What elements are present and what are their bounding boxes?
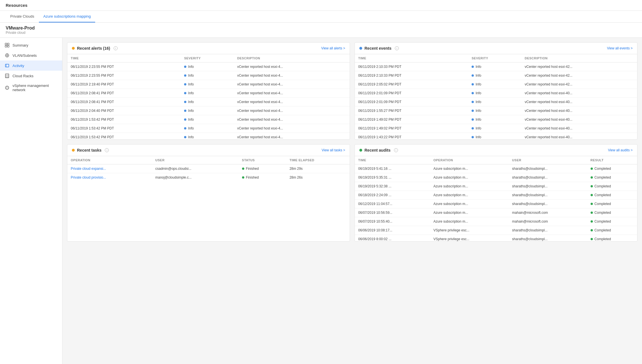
table-row[interactable]: 06/12/2019 11:04:57... Azure subscriptio… bbox=[355, 200, 637, 208]
event-description: vCenter reported host esxi-40... bbox=[521, 133, 637, 140]
svg-rect-6 bbox=[5, 64, 9, 67]
sidebar-item-vlan-subnets[interactable]: VLAN/Subnets bbox=[0, 50, 62, 60]
audit-time: 06/12/2019 11:04:57... bbox=[355, 200, 430, 208]
table-row[interactable]: 06/07/2019 10:56:59... Azure subscriptio… bbox=[355, 208, 637, 217]
sidebar-item-label: Cloud Racks bbox=[12, 74, 34, 78]
table-row[interactable]: 06/19/2019 5:35:31 ... Azure subscriptio… bbox=[355, 173, 637, 182]
alert-severity: Info bbox=[181, 115, 234, 124]
events-table: TIME SEVERITY DESCRIPTION 06/11/2019 2:1… bbox=[355, 54, 637, 139]
alert-description: vCenter reported host esxi-4... bbox=[234, 80, 350, 89]
view-all-alerts-link[interactable]: View all alerts > bbox=[321, 46, 345, 50]
event-severity: Info bbox=[468, 115, 521, 124]
sidebar-item-label: VLAN/Subnets bbox=[12, 53, 37, 58]
svg-rect-1 bbox=[7, 43, 9, 45]
audit-time: 06/19/2019 5:35:31 ... bbox=[355, 173, 430, 182]
audit-user: mahain@microsoft.com bbox=[509, 217, 587, 226]
table-row[interactable]: 06/11/2019 2:05:02 PM PDT Info vCenter r… bbox=[355, 80, 637, 89]
tab-private-clouds[interactable]: Private Clouds bbox=[6, 11, 39, 22]
alert-time: 06/11/2019 2:19:40 PM PDT bbox=[67, 80, 181, 89]
tasks-info-icon[interactable]: i bbox=[105, 148, 109, 152]
sphere-icon bbox=[5, 85, 10, 90]
task-status: Finished bbox=[239, 164, 286, 173]
audits-col-time: TIME bbox=[355, 156, 430, 164]
table-row[interactable]: 06/18/2019 2:24:09 ... Azure subscriptio… bbox=[355, 191, 637, 200]
table-row[interactable]: 06/19/2019 5:41:16 ... Azure subscriptio… bbox=[355, 164, 637, 173]
task-elapsed: 28m 29s bbox=[286, 164, 350, 173]
alert-description: vCenter reported host esxi-4... bbox=[234, 106, 350, 115]
table-row[interactable]: 06/06/2019 8:00:02 ... VSphere privilege… bbox=[355, 235, 637, 242]
table-row[interactable]: 06/11/2019 1:53:42 PM PDT Info vCenter r… bbox=[67, 133, 350, 140]
audit-user: sharaths@cloudsimpl... bbox=[509, 191, 587, 200]
svg-rect-0 bbox=[5, 43, 7, 45]
table-row[interactable]: 06/11/2019 1:43:22 PM PDT Info vCenter r… bbox=[355, 133, 637, 140]
tab-azure-subscriptions[interactable]: Azure subscriptions mapping bbox=[39, 11, 95, 22]
table-row[interactable]: Private cloud provisio... manoj@cloudsim… bbox=[67, 173, 350, 182]
svg-rect-2 bbox=[5, 45, 7, 47]
audit-time: 06/06/2019 8:00:02 ... bbox=[355, 235, 430, 242]
alerts-col-time: TIME bbox=[67, 54, 181, 62]
table-row[interactable]: 06/11/2019 2:08:41 PM PDT Info vCenter r… bbox=[67, 89, 350, 98]
table-row[interactable]: 06/19/2019 5:32:38 ... Azure subscriptio… bbox=[355, 182, 637, 191]
audit-operation: Azure subscription m... bbox=[430, 164, 509, 173]
events-info-icon[interactable]: i bbox=[395, 46, 399, 50]
alert-description: vCenter reported host esxi-4... bbox=[234, 124, 350, 133]
audit-result: Completed bbox=[587, 208, 637, 217]
table-row[interactable]: 06/11/2019 2:08:41 PM PDT Info vCenter r… bbox=[67, 98, 350, 106]
event-time: 06/11/2019 2:10:33 PM PDT bbox=[355, 62, 468, 71]
audit-operation: Azure subscription m... bbox=[430, 182, 509, 191]
audit-time: 06/19/2019 5:41:16 ... bbox=[355, 164, 430, 173]
table-row[interactable]: 06/11/2019 2:01:09 PM PDT Info vCenter r… bbox=[355, 98, 637, 106]
table-row[interactable]: 06/11/2019 2:19:40 PM PDT Info vCenter r… bbox=[67, 80, 350, 89]
alerts-col-severity: SEVERITY bbox=[181, 54, 234, 62]
events-panel: Recent events i View all events > TIME S… bbox=[355, 42, 637, 140]
main-content: Recent alerts (16) i View all alerts > T… bbox=[62, 38, 642, 364]
table-row[interactable]: 06/11/2019 1:53:42 PM PDT Info vCenter r… bbox=[67, 115, 350, 124]
tasks-col-operation: OPERATION bbox=[67, 156, 152, 164]
view-all-tasks-link[interactable]: View all tasks > bbox=[322, 148, 345, 152]
event-description: vCenter reported host esxi-40... bbox=[521, 98, 637, 106]
audits-col-user: USER bbox=[509, 156, 587, 164]
svg-point-12 bbox=[5, 86, 9, 89]
alerts-info-icon[interactable]: i bbox=[114, 46, 118, 50]
audit-result: Completed bbox=[587, 191, 637, 200]
sidebar-item-activity[interactable]: Activity bbox=[0, 60, 62, 71]
table-row[interactable]: 06/11/2019 2:04:40 PM PDT Info vCenter r… bbox=[67, 106, 350, 115]
sidebar-item-label: Summary bbox=[12, 43, 28, 47]
sidebar-item-vsphere[interactable]: vSphere management network bbox=[0, 81, 62, 95]
table-row[interactable]: 06/06/2019 10:08:17... VSphere privilege… bbox=[355, 226, 637, 235]
rack-icon bbox=[5, 73, 10, 78]
event-description: vCenter reported host esxi-40... bbox=[521, 124, 637, 133]
view-all-audits-link[interactable]: View all audits > bbox=[608, 148, 633, 152]
alert-description: vCenter reported host esxi-4... bbox=[234, 71, 350, 80]
event-severity: Info bbox=[468, 98, 521, 106]
audit-operation: VSphere privilege esc... bbox=[430, 235, 509, 242]
table-row[interactable]: 06/11/2019 2:23:55 PM PDT Info vCenter r… bbox=[67, 71, 350, 80]
event-severity: Info bbox=[468, 89, 521, 98]
audits-info-icon[interactable]: i bbox=[394, 148, 398, 152]
event-time: 06/11/2019 2:10:33 PM PDT bbox=[355, 71, 468, 80]
event-description: vCenter reported host esxi-40... bbox=[521, 106, 637, 115]
table-row[interactable]: 06/11/2019 2:10:33 PM PDT Info vCenter r… bbox=[355, 62, 637, 71]
audit-result: Completed bbox=[587, 235, 637, 242]
tasks-table-wrap: OPERATION USER STATUS TIME ELAPSED Priva… bbox=[67, 156, 350, 182]
table-row[interactable]: 06/11/2019 1:49:02 PM PDT Info vCenter r… bbox=[355, 124, 637, 133]
event-time: 06/11/2019 2:05:02 PM PDT bbox=[355, 80, 468, 89]
table-row[interactable]: 06/07/2019 10:55:40... Azure subscriptio… bbox=[355, 217, 637, 226]
event-description: vCenter reported host esxi-42... bbox=[521, 62, 637, 71]
table-row[interactable]: 06/11/2019 1:55:27 PM PDT Info vCenter r… bbox=[355, 106, 637, 115]
audits-col-operation: OPERATION bbox=[430, 156, 509, 164]
svg-rect-3 bbox=[7, 45, 9, 47]
events-table-wrap: TIME SEVERITY DESCRIPTION 06/11/2019 2:1… bbox=[355, 54, 637, 139]
table-row[interactable]: 06/11/2019 1:49:02 PM PDT Info vCenter r… bbox=[355, 115, 637, 124]
task-status: Finished bbox=[239, 173, 286, 182]
table-row[interactable]: 06/11/2019 2:01:09 PM PDT Info vCenter r… bbox=[355, 89, 637, 98]
event-time: 06/11/2019 1:49:02 PM PDT bbox=[355, 124, 468, 133]
sidebar-item-cloud-racks[interactable]: Cloud Racks bbox=[0, 71, 62, 81]
table-row[interactable]: Private cloud expansi... csadmin@ops.clo… bbox=[67, 164, 350, 173]
sidebar-item-summary[interactable]: Summary bbox=[0, 40, 62, 50]
table-row[interactable]: 06/11/2019 1:53:42 PM PDT Info vCenter r… bbox=[67, 124, 350, 133]
view-all-events-link[interactable]: View all events > bbox=[607, 46, 633, 50]
alert-description: vCenter reported host esxi-4... bbox=[234, 98, 350, 106]
table-row[interactable]: 06/11/2019 2:10:33 PM PDT Info vCenter r… bbox=[355, 71, 637, 80]
table-row[interactable]: 06/11/2019 2:23:55 PM PDT Info vCenter r… bbox=[67, 62, 350, 71]
